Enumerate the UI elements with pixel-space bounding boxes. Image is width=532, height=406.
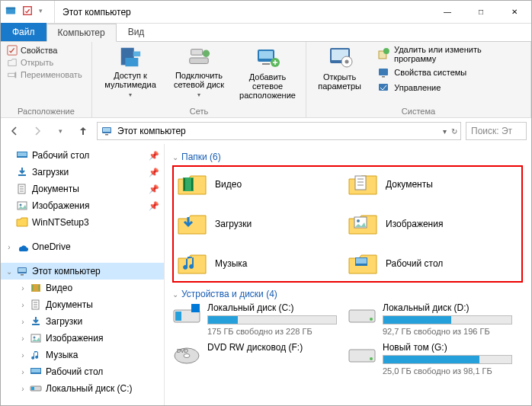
media-access-button[interactable]: Доступ к мультимедиа▾ [98, 45, 162, 100]
usage-bar [207, 315, 337, 324]
svg-rect-39 [39, 285, 40, 291]
expand-icon[interactable]: › [5, 243, 13, 251]
rename-button[interactable]: Переименовать [7, 69, 85, 80]
uninstall-program-button[interactable]: Удалить или изменить программу [377, 45, 524, 63]
back-button[interactable] [5, 122, 24, 140]
chevron-down-icon: ▾ [129, 91, 132, 100]
maximize-button[interactable]: □ [464, 1, 498, 23]
svg-point-43 [34, 337, 36, 339]
nav-video[interactable]: › Видео [1, 280, 164, 296]
svg-rect-47 [31, 387, 34, 390]
chevron-down-icon: ⌄ [172, 290, 178, 299]
map-drive-button[interactable]: Подключить сетевой диск▾ [167, 45, 231, 100]
svg-rect-55 [356, 258, 367, 264]
group-header-folders[interactable]: ⌄ Папки (6) [172, 152, 524, 162]
address-row: ▾ Этот компьютер ▾ ↻ Поиск: Эт [1, 118, 531, 144]
ribbon-group-system: Открыть параметры Удалить или изменить п… [306, 42, 531, 117]
svg-point-60 [370, 318, 373, 321]
pin-icon: 📌 [149, 151, 159, 161]
nav-documents[interactable]: Документы📌 [1, 181, 164, 197]
nav-drive-c[interactable]: › Локальный диск (C:) [1, 380, 164, 397]
address-bar[interactable]: Этот компьютер ▾ ↻ [97, 122, 461, 140]
nav-downloads-2[interactable]: › Загрузки [1, 313, 164, 330]
ribbon: Свойства Открыть Переименовать Расположе… [1, 42, 531, 118]
collapse-icon[interactable]: ⌄ [5, 267, 13, 276]
folder-music[interactable]: Музыка [177, 251, 348, 277]
usage-bar [383, 315, 512, 324]
chevron-down-icon: ▾ [197, 91, 200, 100]
folder-documents[interactable]: Документы [348, 171, 518, 197]
tab-file[interactable]: Файл [1, 23, 46, 41]
nav-pictures-2[interactable]: › Изображения [1, 330, 164, 347]
qat-dropdown-icon[interactable]: ▾ [39, 7, 50, 18]
address-dropdown-icon[interactable]: ▾ [443, 127, 447, 136]
svg-rect-36 [21, 274, 24, 276]
nav-desktop[interactable]: Рабочий стол📌 [1, 147, 164, 164]
svg-point-21 [383, 48, 389, 54]
svg-rect-50 [191, 178, 193, 190]
svg-rect-9 [190, 58, 208, 64]
nav-onedrive[interactable]: › OneDrive [1, 238, 164, 255]
tab-view[interactable]: Вид [117, 23, 156, 41]
properties-button[interactable]: Свойства [7, 45, 85, 56]
svg-rect-51 [355, 176, 366, 190]
pin-icon: 📌 [149, 168, 159, 177]
nav-pictures[interactable]: Изображения📌 [1, 197, 164, 214]
title-bar: ▾ Этот компьютер — □ ✕ [1, 1, 531, 24]
open-settings-button[interactable]: Открыть параметры [312, 45, 367, 91]
svg-rect-2 [24, 7, 32, 15]
history-dropdown[interactable]: ▾ [51, 122, 69, 140]
drive-g[interactable]: Новый том (G:) 25,0 ГБ свободно из 98,1 … [348, 342, 523, 376]
chevron-down-icon: ⌄ [172, 153, 178, 161]
pin-icon: 📌 [149, 184, 159, 194]
ribbon-group-location: Свойства Открыть Переименовать Расположе… [1, 42, 92, 117]
svg-rect-29 [18, 152, 27, 156]
refresh-icon[interactable]: ↻ [451, 127, 457, 136]
svg-rect-10 [191, 50, 203, 56]
folder-downloads[interactable]: Загрузки [177, 211, 348, 237]
ribbon-group-network: Доступ к мультимедиа▾ Подключить сетевой… [92, 42, 306, 117]
up-button[interactable] [74, 122, 92, 140]
nav-winntsetup[interactable]: WinNTSetup3 [1, 214, 164, 231]
add-network-location-button[interactable]: Добавить сетевое расположение [236, 45, 300, 100]
nav-desktop-2[interactable]: › Рабочий стол [1, 363, 164, 380]
svg-rect-57 [175, 312, 181, 321]
svg-rect-5 [15, 72, 17, 78]
folder-pictures[interactable]: Изображения [348, 211, 518, 237]
qat-properties-icon[interactable] [22, 5, 33, 18]
nav-this-pc[interactable]: ⌄ Этот компьютер [1, 263, 164, 280]
svg-rect-7 [125, 58, 138, 66]
svg-rect-30 [18, 174, 26, 176]
svg-rect-58 [191, 304, 200, 312]
folder-desktop[interactable]: Рабочий стол [348, 251, 518, 277]
minimize-button[interactable]: — [431, 1, 464, 23]
svg-point-33 [20, 204, 22, 206]
svg-rect-38 [32, 285, 34, 291]
open-button[interactable]: Открыть [7, 57, 85, 68]
drive-d[interactable]: Локальный диск (D:) 92,7 ГБ свободно из … [348, 302, 523, 336]
drive-c[interactable]: Локальный диск (C:) 175 ГБ свободно из 2… [172, 302, 348, 336]
quick-access-toolbar: ▾ [1, 1, 55, 23]
ribbon-tabs: Файл Компьютер Вид [1, 24, 531, 42]
svg-rect-26 [103, 128, 111, 132]
forward-button[interactable] [28, 122, 46, 140]
folder-video[interactable]: Видео [177, 171, 348, 197]
group-header-drives[interactable]: ⌄ Устройства и диски (4) [172, 289, 524, 299]
svg-rect-49 [184, 178, 185, 190]
nav-documents-2[interactable]: › Документы [1, 296, 164, 313]
drive-f[interactable]: DVD DVD RW дисковод (F:) [172, 342, 348, 376]
system-properties-button[interactable]: Свойства системы [377, 66, 524, 78]
usage-bar [383, 355, 512, 364]
svg-rect-35 [18, 268, 26, 272]
nav-music-2[interactable]: › Музыка [1, 347, 164, 363]
search-input[interactable]: Поиск: Эт [466, 122, 527, 140]
tab-computer[interactable]: Компьютер [46, 24, 117, 42]
svg-rect-13 [259, 51, 273, 59]
nav-downloads[interactable]: Загрузки📌 [1, 164, 164, 181]
highlighted-region: Видео Документы Загрузки Изображения Муз… [172, 165, 523, 283]
svg-rect-22 [379, 69, 388, 75]
svg-rect-23 [382, 76, 385, 78]
manage-button[interactable]: Управление [377, 82, 524, 94]
svg-rect-1 [6, 8, 15, 10]
close-button[interactable]: ✕ [498, 1, 531, 23]
